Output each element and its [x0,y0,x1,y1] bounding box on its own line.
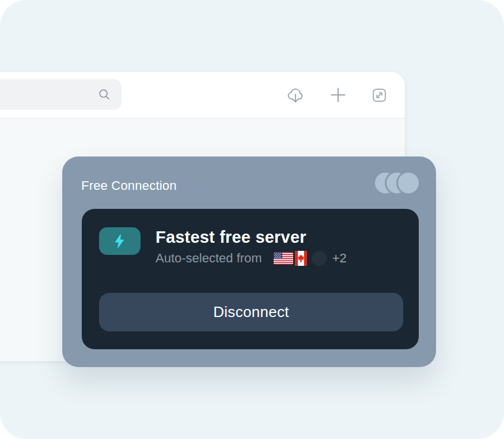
server-selector-row[interactable]: Fastest free server Auto-selected from [99,227,403,266]
cloud-download-icon[interactable] [286,86,305,104]
expand-icon[interactable] [371,87,388,104]
screenshot-stage: Free Connection Fastest free server Auto… [0,0,504,439]
canada-flag-icon [295,251,307,266]
auto-selected-label: Auto-selected from [156,251,262,266]
browser-toolbar [0,72,405,119]
plus-icon[interactable] [329,86,347,104]
lightning-badge [99,227,141,255]
extra-locations-count: +2 [332,251,347,266]
search-input[interactable] [0,79,122,110]
united-states-flag-icon [274,252,293,265]
server-name: Fastest free server [156,227,347,247]
lightning-bolt-icon [112,234,127,249]
connection-panel: Fastest free server Auto-selected from [82,209,419,349]
server-info: Fastest free server Auto-selected from [156,227,347,266]
hidden-flag-circle [312,251,327,266]
toolbar-icon-group [286,72,388,118]
header-dots [375,173,419,193]
server-subtitle: Auto-selected from [156,251,347,266]
card-title: Free Connection [81,178,177,193]
vpn-connection-card: Free Connection Fastest free server Auto… [62,156,436,367]
header-dot [398,173,419,193]
search-icon [98,88,111,104]
disconnect-button[interactable]: Disconnect [99,293,403,331]
